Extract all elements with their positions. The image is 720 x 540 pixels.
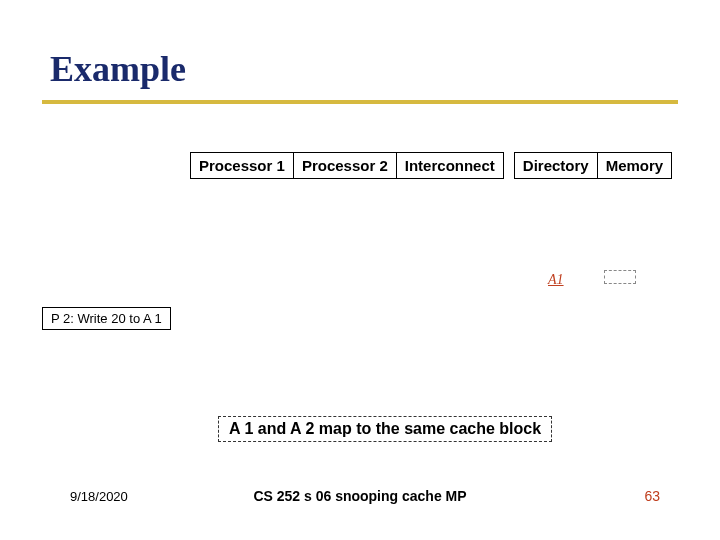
header-memory: Memory	[597, 152, 673, 179]
header-row: Processor 1 Processor 2 Interconnect Dir…	[190, 152, 672, 179]
p2-action-box: P 2: Write 20 to A 1	[42, 307, 171, 330]
header-processor-2: Processor 2	[293, 152, 396, 179]
footer-course: CS 252 s 06 snooping cache MP	[0, 488, 720, 504]
header-interconnect: Interconnect	[396, 152, 504, 179]
header-processor-1: Processor 1	[190, 152, 293, 179]
footer-page-number: 63	[644, 488, 660, 504]
mapping-note: A 1 and A 2 map to the same cache block	[218, 416, 552, 442]
slide-title: Example	[50, 48, 186, 90]
memory-cell-swatch	[604, 270, 636, 284]
title-underline	[42, 100, 678, 104]
a1-label: A1	[548, 272, 564, 288]
header-directory: Directory	[514, 152, 597, 179]
